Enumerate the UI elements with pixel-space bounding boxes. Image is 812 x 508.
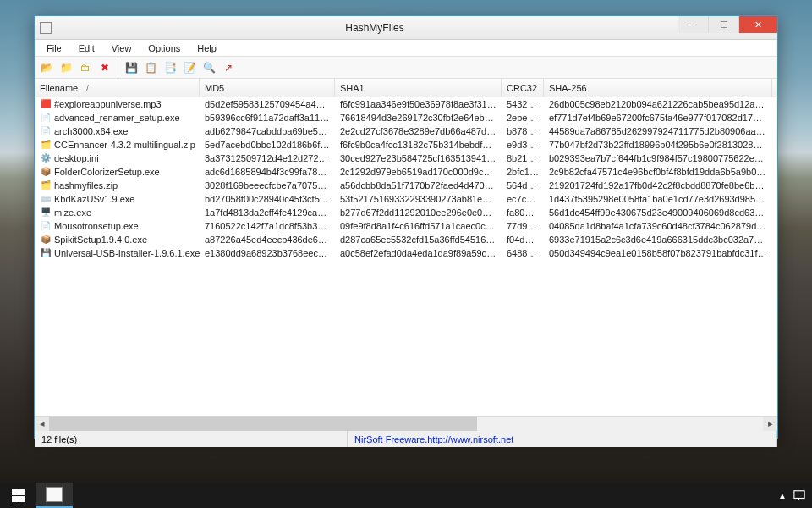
cell-md5: e1380dd9a68923b3768eecb35800b643 (200, 246, 335, 260)
minimize-button[interactable]: ─ (678, 16, 708, 33)
filename-text: SpikitSetup1.9.4.0.exe (54, 233, 147, 246)
file-icon: 📦 (40, 234, 52, 246)
exit-button[interactable]: ↗ (220, 59, 237, 76)
cell-filename: 🗂️CCEnhancer-4.3.2-multilingual.zip (35, 138, 200, 152)
filename-text: mize.exe (54, 206, 91, 219)
system-tray[interactable]: ▲ (773, 489, 810, 501)
task-hashmyfiles-icon (46, 487, 63, 502)
table-row[interactable]: 🖥️mize.exe1a7fd4813da2cff4fe4129ca53c9d8… (35, 206, 777, 219)
cell-crc32: 77d98f18 (502, 219, 544, 233)
task-hashmyfiles[interactable] (36, 483, 73, 508)
filename-text: hashmyfiles.zip (54, 179, 118, 192)
file-icon: ⚙️ (40, 152, 52, 164)
scroll-left-arrow-icon[interactable]: ◂ (35, 417, 49, 431)
column-md5[interactable]: MD5 (200, 79, 335, 97)
file-icon: 📦 (40, 166, 52, 178)
table-row[interactable]: 📦FolderColorizerSetup.exeadc6d1685894b4f… (35, 165, 777, 179)
cell-sha256: 219201724fd192a17fb0d42c2f8cbdd8870fe8be… (544, 179, 772, 192)
file-icon: 💾 (40, 247, 52, 259)
cell-filename: 🖥️mize.exe (35, 206, 200, 219)
start-button[interactable] (2, 483, 36, 508)
menu-options[interactable]: Options (140, 41, 189, 55)
file-icon: 📄 (40, 125, 52, 137)
close-button[interactable]: ✕ (738, 16, 777, 33)
table-row[interactable]: ⚙️desktop.ini3a37312509712d4e12d27240137… (35, 152, 777, 165)
add-folder-button[interactable]: 📁 (58, 59, 74, 76)
cell-md5: adc6d1685894b4f3c99fa78978238eac (200, 165, 335, 179)
menu-help[interactable]: Help (189, 41, 225, 55)
properties-button[interactable]: 📝 (181, 59, 198, 76)
cell-crc32: f04d04d6 (502, 233, 544, 246)
cell-filename: ⚙️desktop.ini (35, 152, 200, 165)
cell-md5: a87226a45ed4eecb436de6f536b692da7 (200, 233, 335, 246)
cell-md5: d5d2ef59583125709454a461a4183d6a4 (200, 97, 335, 111)
filename-text: FolderColorizerSetup.exe (54, 165, 160, 179)
copy-hashes-button[interactable]: 📑 (162, 59, 178, 76)
table-row[interactable]: 📄arch3000.x64.exeadb6279847cabddba69be51… (35, 124, 777, 138)
titlebar[interactable]: HashMyFiles ─ ☐ ✕ (35, 16, 777, 40)
cell-sha256: 1d437f5395298e0058fa1ba0e1cd77e3d2693d98… (544, 192, 772, 206)
maximize-button[interactable]: ☐ (708, 16, 738, 33)
filename-text: arch3000.x64.exe (54, 124, 128, 138)
menu-edit[interactable]: Edit (70, 41, 103, 55)
cell-sha256: 56d1dc454ff99e430675d23e49009406069d8cd6… (544, 206, 772, 219)
scroll-right-arrow-icon[interactable]: ▸ (763, 417, 777, 431)
horizontal-scrollbar[interactable]: ◂ ▸ (35, 416, 777, 430)
stop-button[interactable]: ✖ (96, 59, 113, 76)
cell-crc32: b878fb66 (502, 124, 544, 138)
scroll-track[interactable] (49, 417, 763, 431)
cell-sha1: f6fc9b0ca4fcc13182c75b314bebdfbc387103e1… (335, 138, 502, 152)
column-crc32[interactable]: CRC32 (502, 79, 544, 97)
cell-md5: b59396cc6f911a72daff3a116ca3488c (200, 111, 335, 124)
column-sha1[interactable]: SHA1 (335, 79, 502, 97)
list-header: Filename / MD5 SHA1 CRC32 SHA-256 (35, 79, 777, 97)
menu-view[interactable]: View (103, 41, 140, 55)
cell-sha256: 44589da7a86785d262997924711775d2b80906aa… (544, 124, 772, 138)
table-row[interactable]: 🟥#exploreappuniverse.mp3d5d2ef5958312570… (35, 97, 777, 111)
file-icon: 🟥 (40, 98, 52, 110)
scroll-thumb[interactable] (49, 417, 477, 431)
table-row[interactable]: 🗂️hashmyfiles.zip3028f169beeecfcbe7a7075… (35, 179, 777, 192)
cell-sha256: 6933e71915a2c6c3d6e419a666315ddc3bc032a7… (544, 233, 772, 246)
cell-sha256: ef771d7ef4b69e67200fc675fa46e977f017082d… (544, 111, 772, 124)
cell-filename: 🟥#exploreappuniverse.mp3 (35, 97, 200, 111)
column-filename[interactable]: Filename / (35, 79, 200, 97)
copy-button[interactable]: 📋 (142, 59, 159, 76)
sort-indicator-icon: / (86, 84, 89, 92)
taskbar[interactable]: ▲ (0, 483, 812, 508)
cell-sha256: 050d349494c9ea1e0158b58f07b823791babfdc3… (544, 246, 772, 260)
table-row[interactable]: 📄advanced_renamer_setup.exeb59396cc6f911… (35, 111, 777, 124)
tray-chevron-up-icon[interactable]: ▲ (778, 491, 787, 500)
cell-sha1: 30ced927e23b584725cf16351394175a6d2a9577 (335, 152, 502, 165)
table-row[interactable]: 📄Mousotronsetup.exe7160522c142f7a1dc8f53… (35, 219, 777, 233)
save-button[interactable]: 💾 (123, 59, 140, 76)
table-row[interactable]: ⌨️KbdKazUSv1.9.exebd27058f00c28940c45f3c… (35, 192, 777, 206)
filename-text: CCEnhancer-4.3.2-multilingual.zip (54, 138, 195, 152)
cell-sha1: a0c58ef2efad0da4eda1da9f89a59c64e3e8daac (335, 246, 502, 260)
column-sha256[interactable]: SHA-256 (544, 79, 772, 97)
cell-md5: 1a7fd4813da2cff4fe4129ca53c9d81 (200, 206, 335, 219)
file-icon: ⌨️ (40, 193, 52, 205)
table-row[interactable]: 📦SpikitSetup1.9.4.0.exea87226a45ed4eecb4… (35, 233, 777, 246)
toolbar: 📂 📁 🗀 ✖ 💾 📋 📑 📝 🔍 ↗ (35, 57, 777, 79)
refresh-button[interactable]: 🔍 (200, 59, 217, 76)
open-file-button[interactable]: 📂 (38, 59, 55, 76)
main-window: HashMyFiles ─ ☐ ✕ File Edit View Options… (34, 15, 778, 439)
action-center-icon[interactable] (793, 489, 805, 501)
cell-sha256: b029393ea7b7cf644fb1c9f984f57c1980077562… (544, 152, 772, 165)
menu-file[interactable]: File (38, 41, 70, 55)
nirsoft-prefix: NirSoft Freeware. (354, 434, 427, 444)
status-link-cell: NirSoft Freeware. http://www.nirsoft.net (348, 431, 777, 447)
cell-sha1: d287ca65ec5532cfd15a36ffd54516a842381c2c (335, 233, 502, 246)
file-icon: 🖥️ (40, 207, 52, 218)
clear-button[interactable]: 🗀 (77, 59, 94, 76)
cell-sha256: 2c9b82cfa47571c4e96bcf0bf4f8bfd19dda6b5a… (544, 165, 772, 179)
filename-text: #exploreappuniverse.mp3 (54, 97, 162, 111)
cell-sha1: 2e2cd27cf3678e3289e7db66a487df416a1f1b25 (335, 124, 502, 138)
table-row[interactable]: 💾Universal-USB-Installer-1.9.6.1.exee138… (35, 246, 777, 260)
cell-crc32: ec7cbf8d (502, 192, 544, 206)
table-row[interactable]: 🗂️CCEnhancer-4.3.2-multilingual.zip5ed7a… (35, 138, 777, 152)
cell-filename: 📦SpikitSetup1.9.4.0.exe (35, 233, 200, 246)
nirsoft-link[interactable]: http://www.nirsoft.net (427, 434, 513, 444)
cell-crc32: 8b216187 (502, 152, 544, 165)
